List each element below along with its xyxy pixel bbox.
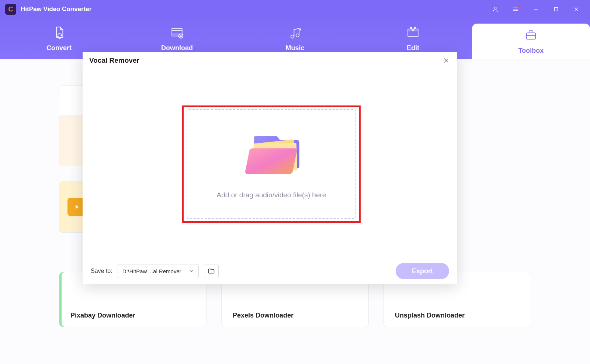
nav-label: Music <box>285 44 304 52</box>
file-refresh-icon <box>51 26 67 40</box>
window-minimize[interactable] <box>525 0 546 18</box>
notification-dot <box>518 5 520 7</box>
nav-label: Edit <box>407 44 419 52</box>
save-to-label: Save to: <box>91 268 112 274</box>
svg-rect-6 <box>408 29 418 37</box>
content-area: Pixabay Downloader Pexels Downloader Uns… <box>0 59 590 364</box>
music-download-icon <box>287 26 303 40</box>
menu-icon[interactable] <box>505 0 525 18</box>
save-to-select[interactable]: D:\HitPaw ...al Remover <box>118 264 199 278</box>
window-close[interactable] <box>566 0 586 18</box>
close-icon[interactable] <box>442 56 451 65</box>
video-edit-icon <box>405 26 421 40</box>
nav-label: Convert <box>46 44 72 52</box>
app-title: HitPaw Video Converter <box>21 6 91 13</box>
svg-point-8 <box>414 27 415 28</box>
svg-point-5 <box>296 34 299 37</box>
svg-point-7 <box>410 27 412 28</box>
svg-rect-1 <box>554 8 558 11</box>
nav-label: Download <box>161 44 193 52</box>
account-icon[interactable] <box>485 0 505 18</box>
folder-icon <box>208 267 215 275</box>
dropzone-text: Add or drag audio/video file(s) here <box>217 191 326 199</box>
folder-open-icon <box>236 129 306 181</box>
window-controls <box>485 0 590 18</box>
app-logo-letter: C <box>8 6 13 13</box>
toolbox-icon <box>523 28 539 42</box>
svg-rect-9 <box>527 33 535 39</box>
open-folder-button[interactable] <box>204 264 219 278</box>
app-logo: C <box>5 4 16 15</box>
dropzone[interactable]: Add or drag audio/video file(s) here <box>187 109 356 219</box>
titlebar: C HitPaw Video Converter <box>0 0 590 18</box>
nav-label: Toolbox <box>518 47 544 55</box>
nav-toolbox[interactable]: Toolbox <box>472 24 590 59</box>
chevron-down-icon <box>189 268 194 274</box>
export-label: Export <box>412 267 433 275</box>
modal-title: Vocal Remover <box>89 56 139 65</box>
modal-footer: Save to: D:\HitPaw ...al Remover Export <box>83 258 457 284</box>
svg-point-0 <box>494 7 496 9</box>
window-maximize[interactable] <box>546 0 566 18</box>
svg-point-4 <box>291 35 294 38</box>
export-button[interactable]: Export <box>396 263 449 279</box>
vocal-remover-modal: Vocal Remover <box>83 52 457 284</box>
video-download-icon <box>169 26 185 40</box>
modal-header: Vocal Remover <box>83 52 457 69</box>
save-to-value: D:\HitPaw ...al Remover <box>122 268 181 274</box>
